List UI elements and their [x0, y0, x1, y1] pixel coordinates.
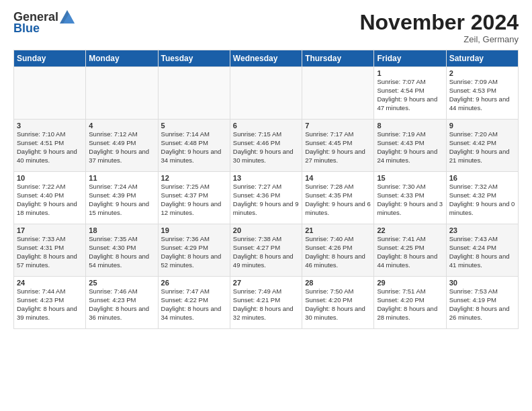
day-number: 19: [161, 226, 227, 234]
day-number: 18: [89, 226, 154, 234]
day-info: Sunrise: 7:53 AMSunset: 4:19 PMDaylight:…: [449, 287, 515, 322]
day-info: Sunrise: 7:44 AMSunset: 4:23 PMDaylight:…: [17, 287, 83, 322]
calendar-day-cell: 5Sunrise: 7:14 AMSunset: 4:48 PMDaylight…: [158, 120, 230, 172]
calendar-day-cell: 26Sunrise: 7:47 AMSunset: 4:22 PMDayligh…: [158, 277, 230, 329]
calendar-day-cell: 12Sunrise: 7:25 AMSunset: 4:37 PMDayligh…: [158, 172, 230, 224]
day-number: 29: [377, 279, 443, 287]
day-info: Sunrise: 7:07 AMSunset: 4:54 PMDaylight:…: [377, 78, 443, 112]
weekday-header-tuesday: Tuesday: [158, 50, 230, 67]
day-info: Sunrise: 7:36 AMSunset: 4:29 PMDaylight:…: [161, 235, 227, 269]
calendar-empty-cell: [230, 67, 302, 120]
day-info: Sunrise: 7:09 AMSunset: 4:53 PMDaylight:…: [449, 78, 515, 112]
weekday-header-sunday: Sunday: [14, 50, 86, 67]
calendar-day-cell: 10Sunrise: 7:22 AMSunset: 4:40 PMDayligh…: [14, 172, 86, 224]
calendar-day-cell: 28Sunrise: 7:50 AMSunset: 4:20 PMDayligh…: [302, 277, 374, 329]
logo-blue: Blue: [13, 22, 75, 36]
calendar-day-cell: 16Sunrise: 7:32 AMSunset: 4:32 PMDayligh…: [446, 172, 518, 224]
calendar-day-cell: 22Sunrise: 7:41 AMSunset: 4:25 PMDayligh…: [374, 224, 446, 277]
day-number: 10: [17, 174, 83, 182]
day-number: 6: [233, 122, 299, 130]
calendar-day-cell: 18Sunrise: 7:35 AMSunset: 4:30 PMDayligh…: [86, 224, 158, 277]
day-info: Sunrise: 7:10 AMSunset: 4:51 PMDaylight:…: [17, 130, 83, 165]
calendar-day-cell: 9Sunrise: 7:20 AMSunset: 4:42 PMDaylight…: [446, 120, 518, 172]
day-info: Sunrise: 7:47 AMSunset: 4:22 PMDaylight:…: [161, 287, 227, 322]
calendar-day-cell: 3Sunrise: 7:10 AMSunset: 4:51 PMDaylight…: [14, 120, 86, 172]
calendar-empty-cell: [302, 67, 374, 120]
calendar-empty-cell: [86, 67, 158, 120]
calendar-day-cell: 13Sunrise: 7:27 AMSunset: 4:36 PMDayligh…: [230, 172, 302, 224]
day-info: Sunrise: 7:14 AMSunset: 4:48 PMDaylight:…: [161, 130, 227, 165]
calendar-week-row: 1Sunrise: 7:07 AMSunset: 4:54 PMDaylight…: [14, 67, 519, 120]
day-info: Sunrise: 7:40 AMSunset: 4:26 PMDaylight:…: [305, 235, 371, 269]
day-number: 25: [89, 279, 154, 287]
page-header: General Blue November 2024 Zeil, Germany: [13, 11, 519, 44]
day-number: 28: [305, 279, 371, 287]
day-info: Sunrise: 7:49 AMSunset: 4:21 PMDaylight:…: [233, 287, 299, 322]
day-number: 23: [449, 226, 515, 234]
day-number: 1: [377, 69, 443, 77]
calendar-empty-cell: [158, 67, 230, 120]
day-number: 15: [377, 174, 443, 182]
calendar-day-cell: 4Sunrise: 7:12 AMSunset: 4:49 PMDaylight…: [86, 120, 158, 172]
calendar-day-cell: 7Sunrise: 7:17 AMSunset: 4:45 PMDaylight…: [302, 120, 374, 172]
calendar-day-cell: 30Sunrise: 7:53 AMSunset: 4:19 PMDayligh…: [446, 277, 518, 329]
calendar-week-row: 24Sunrise: 7:44 AMSunset: 4:23 PMDayligh…: [14, 277, 519, 329]
calendar-day-cell: 25Sunrise: 7:46 AMSunset: 4:23 PMDayligh…: [86, 277, 158, 329]
calendar-day-cell: 6Sunrise: 7:15 AMSunset: 4:46 PMDaylight…: [230, 120, 302, 172]
calendar-day-cell: 11Sunrise: 7:24 AMSunset: 4:39 PMDayligh…: [86, 172, 158, 224]
day-number: 3: [17, 122, 83, 130]
calendar-week-row: 10Sunrise: 7:22 AMSunset: 4:40 PMDayligh…: [14, 172, 519, 224]
day-info: Sunrise: 7:43 AMSunset: 4:24 PMDaylight:…: [449, 235, 515, 269]
month-title: November 2024: [359, 11, 519, 34]
day-info: Sunrise: 7:19 AMSunset: 4:43 PMDaylight:…: [377, 130, 443, 165]
calendar-day-cell: 29Sunrise: 7:51 AMSunset: 4:20 PMDayligh…: [374, 277, 446, 329]
calendar-day-cell: 2Sunrise: 7:09 AMSunset: 4:53 PMDaylight…: [446, 67, 518, 120]
weekday-header-monday: Monday: [86, 50, 158, 67]
day-number: 5: [161, 122, 227, 130]
day-number: 4: [89, 122, 154, 130]
day-number: 11: [89, 174, 154, 182]
day-info: Sunrise: 7:38 AMSunset: 4:27 PMDaylight:…: [233, 235, 299, 269]
day-info: Sunrise: 7:41 AMSunset: 4:25 PMDaylight:…: [377, 235, 443, 269]
calendar-day-cell: 27Sunrise: 7:49 AMSunset: 4:21 PMDayligh…: [230, 277, 302, 329]
day-number: 13: [233, 174, 299, 182]
day-number: 9: [449, 122, 515, 130]
day-number: 27: [233, 279, 299, 287]
day-number: 8: [377, 122, 443, 130]
day-number: 20: [233, 226, 299, 234]
day-number: 16: [449, 174, 515, 182]
logo: General Blue: [13, 11, 75, 36]
day-info: Sunrise: 7:32 AMSunset: 4:32 PMDaylight:…: [449, 183, 515, 217]
calendar-day-cell: 17Sunrise: 7:33 AMSunset: 4:31 PMDayligh…: [14, 224, 86, 277]
day-info: Sunrise: 7:51 AMSunset: 4:20 PMDaylight:…: [377, 287, 443, 322]
day-number: 21: [305, 226, 371, 234]
calendar-day-cell: 1Sunrise: 7:07 AMSunset: 4:54 PMDaylight…: [374, 67, 446, 120]
day-info: Sunrise: 7:17 AMSunset: 4:45 PMDaylight:…: [305, 130, 371, 165]
day-number: 26: [161, 279, 227, 287]
day-number: 12: [161, 174, 227, 182]
calendar-week-row: 3Sunrise: 7:10 AMSunset: 4:51 PMDaylight…: [14, 120, 519, 172]
calendar-day-cell: 20Sunrise: 7:38 AMSunset: 4:27 PMDayligh…: [230, 224, 302, 277]
day-info: Sunrise: 7:30 AMSunset: 4:33 PMDaylight:…: [377, 183, 443, 217]
day-number: 30: [449, 279, 515, 287]
day-info: Sunrise: 7:27 AMSunset: 4:36 PMDaylight:…: [233, 183, 299, 217]
calendar-day-cell: 15Sunrise: 7:30 AMSunset: 4:33 PMDayligh…: [374, 172, 446, 224]
day-info: Sunrise: 7:24 AMSunset: 4:39 PMDaylight:…: [89, 183, 154, 217]
day-number: 14: [305, 174, 371, 182]
calendar-day-cell: 21Sunrise: 7:40 AMSunset: 4:26 PMDayligh…: [302, 224, 374, 277]
weekday-header-friday: Friday: [374, 50, 446, 67]
day-number: 17: [17, 226, 83, 234]
calendar-header-row: SundayMondayTuesdayWednesdayThursdayFrid…: [14, 50, 519, 67]
day-info: Sunrise: 7:22 AMSunset: 4:40 PMDaylight:…: [17, 183, 83, 217]
calendar-day-cell: 8Sunrise: 7:19 AMSunset: 4:43 PMDaylight…: [374, 120, 446, 172]
title-block: November 2024 Zeil, Germany: [359, 11, 519, 44]
calendar-empty-cell: [14, 67, 86, 120]
calendar-day-cell: 24Sunrise: 7:44 AMSunset: 4:23 PMDayligh…: [14, 277, 86, 329]
day-info: Sunrise: 7:50 AMSunset: 4:20 PMDaylight:…: [305, 287, 371, 322]
day-number: 2: [449, 69, 515, 77]
day-info: Sunrise: 7:35 AMSunset: 4:30 PMDaylight:…: [89, 235, 154, 269]
day-info: Sunrise: 7:25 AMSunset: 4:37 PMDaylight:…: [161, 183, 227, 217]
day-info: Sunrise: 7:20 AMSunset: 4:42 PMDaylight:…: [449, 130, 515, 165]
weekday-header-saturday: Saturday: [446, 50, 518, 67]
day-info: Sunrise: 7:46 AMSunset: 4:23 PMDaylight:…: [89, 287, 154, 322]
